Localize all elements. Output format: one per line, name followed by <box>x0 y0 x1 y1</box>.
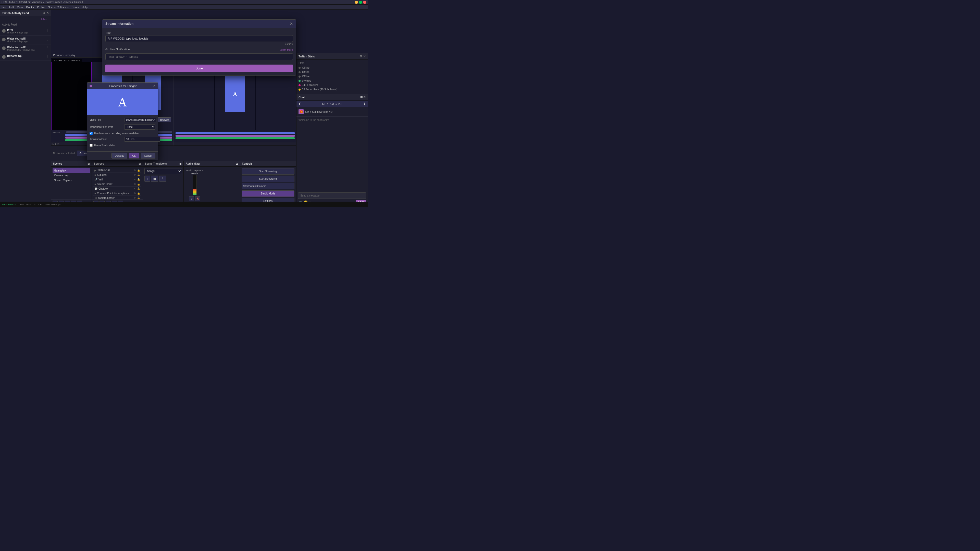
source-controls-3: 👁 🔒 <box>134 183 140 186</box>
sources-expand-icon[interactable]: ⊞ <box>138 162 141 165</box>
title-form-group: Title 31/140 <box>105 31 293 45</box>
source-item-0: ▶ SUB GOAL 👁 🔒 <box>93 168 141 173</box>
ok-btn[interactable]: OK <box>129 153 139 158</box>
scenes-title: Scenes <box>53 162 62 165</box>
main-content-area: Preview: Gameplay Sub Goal 35 / 50 Total… <box>51 53 296 207</box>
audio-mute-btn[interactable]: 🔇 <box>195 196 200 201</box>
scenes-expand-icon[interactable]: ⊞ <box>88 162 89 165</box>
activity-menu-0[interactable]: ⋮ <box>46 29 49 32</box>
cancel-btn[interactable]: Cancel <box>141 153 155 158</box>
activity-menu-3[interactable]: ⋮ <box>46 55 49 58</box>
video-file-input[interactable] <box>124 118 156 122</box>
start-streaming-btn[interactable]: Start Streaming <box>242 168 295 175</box>
audio-channel-0: Audio Output Ca 0.0 dB ⚙ 🔇 <box>185 168 204 205</box>
scenes-panel: Scenes ⊞ Gameplay Camera only Screen Cap… <box>51 161 92 207</box>
source-icon-4: 💬 <box>94 187 97 190</box>
prop-close-btn[interactable]: ✕ <box>153 84 155 88</box>
menu-bar: File Edit View Docks Profile Scene Colle… <box>0 5 368 10</box>
close-btn[interactable] <box>363 1 366 4</box>
menu-docks[interactable]: Docks <box>26 6 34 9</box>
source-name-1: Sub goal <box>97 174 133 176</box>
stat-dot-2 <box>299 76 301 78</box>
title-input[interactable] <box>105 35 293 42</box>
activity-time-2: Malachi954ttv • 8 days ago <box>7 49 44 51</box>
go-live-input[interactable] <box>105 53 293 60</box>
source-name-5: Channel Point Redemptions <box>97 192 133 195</box>
activity-time-1: siroc15 • 8 days ago <box>7 40 44 43</box>
source-item-6: 🖼 camera border 👁 🔒 <box>93 196 141 199</box>
transition-settings-btn[interactable]: ⋮ <box>159 175 166 182</box>
add-transition-btn[interactable]: + <box>145 175 150 182</box>
transitions-title: Scene Transitions <box>145 162 167 165</box>
stat-dot-0 <box>299 67 301 69</box>
scene-item-screen-capture[interactable]: Screen Capture <box>52 178 90 183</box>
activity-menu-1[interactable]: ⋮ <box>46 37 49 41</box>
audio-db-value: 0.0 dB <box>191 172 198 175</box>
studio-mode-btn[interactable]: Studio Mode <box>242 190 295 197</box>
browse-btn[interactable]: Browse <box>158 118 171 122</box>
activity-close-icon[interactable]: ✕ <box>46 11 49 14</box>
activity-name-3: Bottoms Up! <box>7 55 44 57</box>
prop-footer: Defaults OK Cancel <box>87 151 158 160</box>
menu-scene-collection[interactable]: Scene Collection <box>48 6 69 9</box>
transitions-content: Stinger Fade Cut + 🗑 ⋮ <box>143 167 183 207</box>
menu-help[interactable]: Help <box>82 6 88 9</box>
activity-name-0: ld**tl <box>7 29 44 31</box>
activity-filter-btn[interactable]: Filter <box>39 17 49 22</box>
source-controls-2: 👁 🔒 <box>134 178 140 181</box>
menu-profile[interactable]: Profile <box>37 6 45 9</box>
activity-expand-icon[interactable]: ⊞ <box>43 11 45 14</box>
audio-mixer-expand-icon[interactable]: ⊞ <box>236 162 238 165</box>
chat-message-input[interactable] <box>298 193 366 199</box>
transition-point-label: Transition Point <box>89 138 123 141</box>
activity-menu-2[interactable]: ⋮ <box>46 46 49 49</box>
remove-transition-btn[interactable]: 🗑 <box>151 175 158 182</box>
scene-item-camera[interactable]: Camera only <box>52 173 90 178</box>
transition-type-select[interactable]: Time <box>124 124 155 130</box>
audio-settings-btn[interactable]: ⚙ <box>189 196 194 201</box>
source-icon-5: ■ <box>94 192 96 195</box>
audio-channel-label: Audio Output Ca <box>186 169 204 172</box>
activity-item-1: Water Yourself! siroc15 • 8 days ago ⋮ <box>0 36 51 45</box>
menu-view[interactable]: View <box>17 6 23 9</box>
transition-point-input[interactable] <box>124 137 160 142</box>
menu-tools[interactable]: Tools <box>72 6 79 9</box>
prop-preview-letter: A <box>118 95 127 109</box>
chat-expand-icon[interactable]: ⊞ <box>360 96 363 99</box>
stat-row-5: 35 Subscribers (40 Sub Points) <box>299 87 366 92</box>
transitions-expand-icon[interactable]: ⊞ <box>179 162 181 165</box>
live-status: LIVE: 00:00:00 <box>2 203 18 206</box>
transition-select[interactable]: Stinger Fade Cut <box>145 168 182 174</box>
menu-edit[interactable]: Edit <box>9 6 14 9</box>
chat-close-icon[interactable]: ✕ <box>363 96 366 99</box>
go-live-label: Go Live Notification <box>105 48 130 51</box>
stream-info-body: Title 31/140 Go Live Notification Learn … <box>102 28 296 75</box>
stream-info-close-btn[interactable]: ✕ <box>290 22 293 26</box>
stats-close-icon[interactable]: ✕ <box>363 55 366 58</box>
track-matte-checkbox[interactable] <box>89 144 92 147</box>
no-source-label: No source selected <box>53 152 75 154</box>
chevron-right-icon[interactable]: ❯ <box>363 102 366 105</box>
stream-info-title: Stream Information <box>105 22 134 25</box>
activity-item-0: ld**tl siroc15 • 8 days ago ⋮ <box>0 27 51 36</box>
stats-expand-icon[interactable]: ⊞ <box>360 55 362 58</box>
source-controls-5: 👁 🔒 <box>134 192 140 195</box>
learn-more-link[interactable]: Learn More <box>280 48 293 51</box>
stats-section-title: Stats <box>299 62 366 65</box>
transition-point-row: Transition Point <box>89 137 155 142</box>
stat-row-3: 0 Views <box>299 79 366 83</box>
stat-label-0: Offline <box>302 66 310 69</box>
start-recording-btn[interactable]: Start Recording <box>242 175 295 182</box>
done-btn[interactable]: Done <box>105 65 293 72</box>
maximize-btn[interactable] <box>359 1 362 4</box>
scene-item-gameplay[interactable]: Gameplay <box>52 168 90 173</box>
audio-mixer-title: Audio Mixer <box>186 162 200 165</box>
defaults-btn[interactable]: Defaults <box>111 153 127 158</box>
chat-panel: Chat ⊞ ✕ ❮ STREAM CHAT ❯ 🎁 Gift a Sub no… <box>296 94 368 207</box>
hw-decode-checkbox[interactable] <box>89 132 92 135</box>
menu-file[interactable]: File <box>2 6 6 9</box>
start-virtual-camera-btn[interactable]: Start Virtual Camera <box>242 183 295 190</box>
chevron-left-icon[interactable]: ❮ <box>299 102 301 105</box>
source-name-2: Yeti <box>99 178 133 181</box>
minimize-btn[interactable] <box>355 1 358 4</box>
